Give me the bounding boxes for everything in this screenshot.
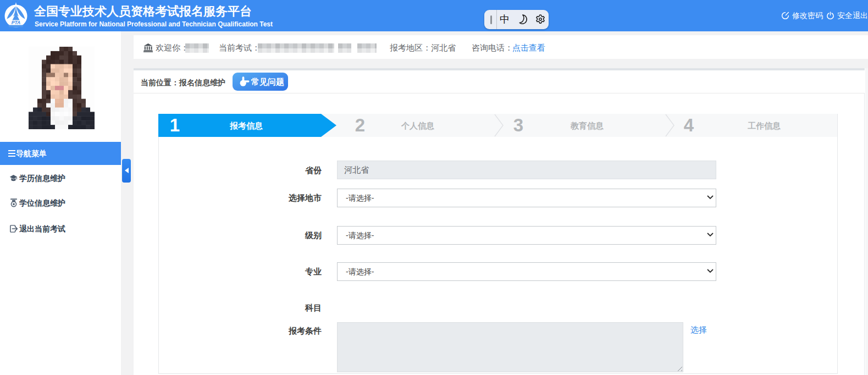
svg-text:PTA: PTA <box>12 20 20 25</box>
